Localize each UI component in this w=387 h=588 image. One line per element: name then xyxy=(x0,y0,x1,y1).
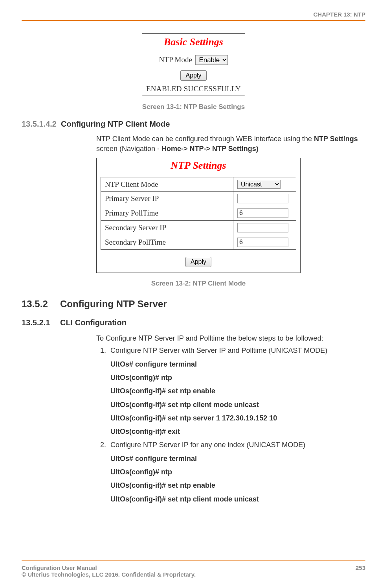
cli-command: UltOs(config-if)# set ntp client mode un… xyxy=(110,400,365,409)
figure-ntp-settings-wrap: NTP Settings NTP Client Mode Unicast Pri… xyxy=(96,158,365,273)
fig1-mode-row: NTP Mode Enable xyxy=(146,53,241,67)
para-text: screen (Navigation - xyxy=(96,145,161,153)
para-text: NTP Client Mode can be configured throug… xyxy=(96,135,314,143)
cli-command: UltOs(config-if)# set ntp enable xyxy=(110,481,365,490)
page-header-chapter: CHAPTER 13: NTP xyxy=(22,11,365,18)
ntp-mode-select[interactable]: Enable xyxy=(195,55,228,65)
heading-configuring-ntp-server: 13.5.2Configuring NTP Server xyxy=(22,299,365,310)
heading-title: CLI Configuration xyxy=(60,318,127,327)
cli-command: UltOs# configure terminal xyxy=(110,454,365,463)
apply-button[interactable]: Apply xyxy=(185,257,211,267)
footer-left: Configuration User Manual © Ulterius Tec… xyxy=(22,564,196,578)
para-bold: Home-> NTP-> NTP Settings) xyxy=(161,145,259,153)
primary-ip-label: Primary Server IP xyxy=(101,192,233,206)
table-row: Secondary Server IP xyxy=(101,221,296,235)
section-title: Configuring NTP Client Mode xyxy=(61,120,170,128)
table-row: Primary Server IP xyxy=(101,192,296,206)
cli-steps: Configure NTP Server with Server IP and … xyxy=(96,346,365,504)
fig2-caption-wrap: Screen 13-2: NTP Client Mode xyxy=(96,279,301,288)
heading-number: 13.5.2.1 xyxy=(22,318,60,327)
cli-command: UltOs# configure terminal xyxy=(110,359,365,369)
table-row: Secondary PollTime xyxy=(101,235,296,250)
secondary-ip-input[interactable] xyxy=(237,223,288,232)
cli-command: UltOs(config-if)# exit xyxy=(110,427,365,436)
primary-ip-input[interactable] xyxy=(237,194,288,203)
step-text: Configure NTP Server IP for any one inde… xyxy=(110,441,305,449)
apply-button[interactable]: Apply xyxy=(180,70,206,81)
footer-copyright: © Ulterius Technologies, LLC 2016. Confi… xyxy=(22,571,196,578)
section-client-mode-heading: 13.5.1.4.2Configuring NTP Client Mode xyxy=(22,120,365,129)
figure-basic-settings-wrap: Basic Settings NTP Mode Enable Apply ENA… xyxy=(22,30,365,111)
secondary-ip-cell xyxy=(233,221,296,235)
client-mode-paragraph: NTP Client Mode can be configured throug… xyxy=(96,134,361,154)
ntp-settings-table: NTP Client Mode Unicast Primary Server I… xyxy=(101,177,296,250)
para-bold: NTP Settings xyxy=(314,135,358,143)
fig1-caption: Screen 13-1: NTP Basic Settings xyxy=(22,103,365,111)
primary-ip-cell xyxy=(233,192,296,206)
step-text: Configure NTP Server with Server IP and … xyxy=(110,347,327,354)
footer-rule xyxy=(22,560,365,561)
secondary-ip-label: Secondary Server IP xyxy=(101,221,233,235)
fig2-button-row: Apply xyxy=(101,254,296,267)
cli-command: UltOs(config-if)# set ntp server 1 172.3… xyxy=(110,413,365,423)
primary-poll-input[interactable] xyxy=(237,208,288,218)
page-footer: Configuration User Manual © Ulterius Tec… xyxy=(22,560,365,578)
fig1-title: Basic Settings xyxy=(146,36,241,48)
secondary-poll-input[interactable] xyxy=(237,238,288,247)
ntp-mode-label: NTP Mode xyxy=(159,55,192,64)
ntp-client-mode-label: NTP Client Mode xyxy=(101,177,233,192)
list-item: Configure NTP Server IP for any one inde… xyxy=(108,440,365,503)
fig2-title: NTP Settings xyxy=(101,160,296,171)
secondary-poll-cell xyxy=(233,235,296,250)
list-item: Configure NTP Server with Server IP and … xyxy=(108,346,365,436)
table-row: NTP Client Mode Unicast xyxy=(101,177,296,192)
fig1-status: ENABLED SUCCESSFULLY xyxy=(146,85,241,93)
cli-command: UltOs(config)# ntp xyxy=(110,373,365,382)
footer-manual-title: Configuration User Manual xyxy=(22,564,196,571)
heading-cli-configuration: 13.5.2.1CLI Configuration xyxy=(22,318,365,327)
cli-command: UltOs(config-if)# set ntp client mode un… xyxy=(110,494,365,504)
figure-basic-settings: Basic Settings NTP Mode Enable Apply ENA… xyxy=(142,33,245,96)
figure-ntp-settings: NTP Settings NTP Client Mode Unicast Pri… xyxy=(96,158,301,273)
table-row: Primary PollTime xyxy=(101,206,296,221)
section-number: 13.5.1.4.2 xyxy=(22,120,61,129)
header-rule xyxy=(22,20,365,21)
primary-poll-cell xyxy=(233,206,296,221)
heading-number: 13.5.2 xyxy=(22,299,60,310)
heading-title: Configuring NTP Server xyxy=(60,299,167,309)
ntp-client-mode-cell: Unicast xyxy=(233,177,296,192)
ntp-client-mode-select[interactable]: Unicast xyxy=(237,180,281,189)
cli-intro: To Configure NTP Server IP and Polltime … xyxy=(96,334,365,343)
fig2-caption: Screen 13-2: NTP Client Mode xyxy=(151,280,246,287)
footer-row: Configuration User Manual © Ulterius Tec… xyxy=(22,564,365,578)
footer-page-number: 253 xyxy=(356,564,365,578)
cli-command: UltOs(config-if)# set ntp enable xyxy=(110,386,365,396)
secondary-poll-label: Secondary PollTime xyxy=(101,235,233,250)
cli-command: UltOs(config)# ntp xyxy=(110,467,365,477)
primary-poll-label: Primary PollTime xyxy=(101,206,233,221)
